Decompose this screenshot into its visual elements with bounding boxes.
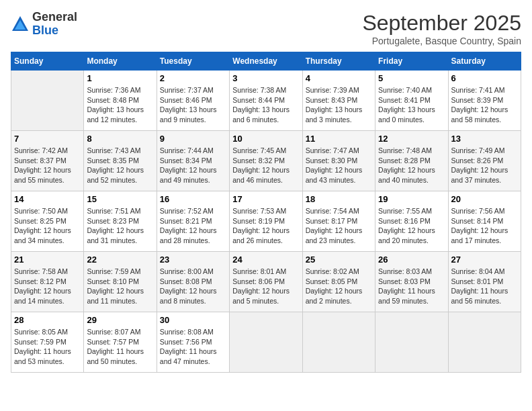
day-info: Sunrise: 7:51 AM Sunset: 8:23 PM Dayligh…: [87, 206, 153, 246]
day-info: Sunrise: 7:41 AM Sunset: 8:39 PM Dayligh…: [451, 85, 518, 125]
day-cell: 6Sunrise: 7:41 AM Sunset: 8:39 PM Daylig…: [448, 71, 521, 131]
day-number: 17: [232, 194, 299, 204]
calendar-header: SundayMondayTuesdayWednesdayThursdayFrid…: [11, 52, 521, 71]
day-info: Sunrise: 8:00 AM Sunset: 8:08 PM Dayligh…: [160, 267, 226, 306]
day-cell: 5Sunrise: 7:40 AM Sunset: 8:41 PM Daylig…: [375, 71, 448, 131]
day-number: 15: [87, 194, 153, 204]
day-number: 20: [451, 194, 518, 204]
day-number: 30: [160, 315, 226, 325]
calendar-table: SundayMondayTuesdayWednesdayThursdayFrid…: [11, 52, 521, 373]
header-cell-monday: Monday: [84, 52, 157, 71]
day-number: 24: [232, 255, 299, 265]
day-number: 22: [87, 255, 153, 265]
day-cell: 17Sunrise: 7:53 AM Sunset: 8:19 PM Dayli…: [230, 191, 302, 252]
day-info: Sunrise: 7:40 AM Sunset: 8:41 PM Dayligh…: [378, 85, 445, 125]
day-cell: 9Sunrise: 7:44 AM Sunset: 8:34 PM Daylig…: [157, 131, 229, 191]
day-cell: 24Sunrise: 8:01 AM Sunset: 8:06 PM Dayli…: [230, 252, 302, 312]
day-cell: 1Sunrise: 7:36 AM Sunset: 8:48 PM Daylig…: [84, 71, 157, 131]
header-cell-thursday: Thursday: [302, 52, 375, 71]
day-cell: [448, 312, 521, 373]
day-cell: 2Sunrise: 7:37 AM Sunset: 8:46 PM Daylig…: [157, 71, 229, 131]
day-info: Sunrise: 8:07 AM Sunset: 7:57 PM Dayligh…: [87, 327, 153, 367]
day-cell: 25Sunrise: 8:02 AM Sunset: 8:05 PM Dayli…: [302, 252, 375, 312]
day-number: 4: [306, 73, 372, 83]
logo-text: General Blue: [32, 11, 77, 38]
day-info: Sunrise: 7:36 AM Sunset: 8:48 PM Dayligh…: [87, 85, 153, 125]
logo-general: General: [32, 11, 77, 24]
day-number: 12: [378, 134, 445, 144]
day-number: 9: [160, 134, 226, 144]
day-cell: [375, 312, 448, 373]
day-number: 19: [378, 194, 445, 204]
day-info: Sunrise: 7:39 AM Sunset: 8:43 PM Dayligh…: [306, 85, 372, 125]
day-cell: 20Sunrise: 7:56 AM Sunset: 8:14 PM Dayli…: [448, 191, 521, 252]
day-cell: 15Sunrise: 7:51 AM Sunset: 8:23 PM Dayli…: [84, 191, 157, 252]
logo-icon: [11, 15, 30, 34]
day-info: Sunrise: 7:43 AM Sunset: 8:35 PM Dayligh…: [87, 146, 153, 185]
day-info: Sunrise: 7:44 AM Sunset: 8:34 PM Dayligh…: [160, 146, 226, 185]
day-number: 5: [378, 73, 445, 83]
header-cell-friday: Friday: [375, 52, 448, 71]
day-cell: 7Sunrise: 7:42 AM Sunset: 8:37 PM Daylig…: [11, 131, 84, 191]
week-row-3: 14Sunrise: 7:50 AM Sunset: 8:25 PM Dayli…: [11, 191, 521, 252]
day-number: 3: [232, 73, 299, 83]
day-cell: 21Sunrise: 7:58 AM Sunset: 8:12 PM Dayli…: [11, 252, 84, 312]
day-cell: 8Sunrise: 7:43 AM Sunset: 8:35 PM Daylig…: [84, 131, 157, 191]
day-info: Sunrise: 7:53 AM Sunset: 8:19 PM Dayligh…: [232, 206, 299, 246]
day-number: 18: [306, 194, 372, 204]
header-row: SundayMondayTuesdayWednesdayThursdayFrid…: [11, 52, 521, 71]
day-number: 28: [14, 315, 81, 325]
day-number: 7: [14, 134, 81, 144]
calendar-title: September 2025: [362, 11, 521, 36]
day-info: Sunrise: 8:04 AM Sunset: 8:01 PM Dayligh…: [451, 267, 518, 306]
logo-blue: Blue: [32, 24, 77, 38]
week-row-1: 1Sunrise: 7:36 AM Sunset: 8:48 PM Daylig…: [11, 71, 521, 131]
day-cell: 26Sunrise: 8:03 AM Sunset: 8:03 PM Dayli…: [375, 252, 448, 312]
header-cell-saturday: Saturday: [448, 52, 521, 71]
page-header: General Blue September 2025 Portugalete,…: [11, 11, 521, 46]
day-info: Sunrise: 8:03 AM Sunset: 8:03 PM Dayligh…: [378, 267, 445, 306]
day-info: Sunrise: 7:37 AM Sunset: 8:46 PM Dayligh…: [160, 85, 226, 125]
day-cell: 30Sunrise: 8:08 AM Sunset: 7:56 PM Dayli…: [157, 312, 229, 373]
day-cell: 29Sunrise: 8:07 AM Sunset: 7:57 PM Dayli…: [84, 312, 157, 373]
day-info: Sunrise: 7:38 AM Sunset: 8:44 PM Dayligh…: [232, 85, 299, 125]
day-cell: [11, 71, 84, 131]
day-number: 26: [378, 255, 445, 265]
header-cell-sunday: Sunday: [11, 52, 84, 71]
day-cell: 16Sunrise: 7:52 AM Sunset: 8:21 PM Dayli…: [157, 191, 229, 252]
calendar-subtitle: Portugalete, Basque Country, Spain: [362, 36, 521, 46]
day-cell: 28Sunrise: 8:05 AM Sunset: 7:59 PM Dayli…: [11, 312, 84, 373]
day-cell: 18Sunrise: 7:54 AM Sunset: 8:17 PM Dayli…: [302, 191, 375, 252]
day-cell: 27Sunrise: 8:04 AM Sunset: 8:01 PM Dayli…: [448, 252, 521, 312]
day-cell: [230, 312, 302, 373]
week-row-2: 7Sunrise: 7:42 AM Sunset: 8:37 PM Daylig…: [11, 131, 521, 191]
day-cell: 23Sunrise: 8:00 AM Sunset: 8:08 PM Dayli…: [157, 252, 229, 312]
day-cell: 10Sunrise: 7:45 AM Sunset: 8:32 PM Dayli…: [230, 131, 302, 191]
day-info: Sunrise: 7:45 AM Sunset: 8:32 PM Dayligh…: [232, 146, 299, 185]
day-cell: 22Sunrise: 7:59 AM Sunset: 8:10 PM Dayli…: [84, 252, 157, 312]
title-block: September 2025 Portugalete, Basque Count…: [362, 11, 521, 46]
day-info: Sunrise: 7:47 AM Sunset: 8:30 PM Dayligh…: [306, 146, 372, 185]
week-row-4: 21Sunrise: 7:58 AM Sunset: 8:12 PM Dayli…: [11, 252, 521, 312]
day-info: Sunrise: 7:50 AM Sunset: 8:25 PM Dayligh…: [14, 206, 81, 246]
day-info: Sunrise: 8:08 AM Sunset: 7:56 PM Dayligh…: [160, 327, 226, 367]
day-number: 25: [306, 255, 372, 265]
day-info: Sunrise: 7:58 AM Sunset: 8:12 PM Dayligh…: [14, 267, 81, 306]
day-info: Sunrise: 7:48 AM Sunset: 8:28 PM Dayligh…: [378, 146, 445, 185]
day-info: Sunrise: 8:05 AM Sunset: 7:59 PM Dayligh…: [14, 327, 81, 367]
day-cell: 12Sunrise: 7:48 AM Sunset: 8:28 PM Dayli…: [375, 131, 448, 191]
day-cell: 3Sunrise: 7:38 AM Sunset: 8:44 PM Daylig…: [230, 71, 302, 131]
week-row-5: 28Sunrise: 8:05 AM Sunset: 7:59 PM Dayli…: [11, 312, 521, 373]
day-info: Sunrise: 7:49 AM Sunset: 8:26 PM Dayligh…: [451, 146, 518, 185]
day-number: 2: [160, 73, 226, 83]
day-number: 6: [451, 73, 518, 83]
day-cell: 14Sunrise: 7:50 AM Sunset: 8:25 PM Dayli…: [11, 191, 84, 252]
day-cell: 4Sunrise: 7:39 AM Sunset: 8:43 PM Daylig…: [302, 71, 375, 131]
day-number: 11: [306, 134, 372, 144]
day-number: 8: [87, 134, 153, 144]
day-cell: [302, 312, 375, 373]
day-info: Sunrise: 7:54 AM Sunset: 8:17 PM Dayligh…: [306, 206, 372, 246]
day-number: 29: [87, 315, 153, 325]
calendar-body: 1Sunrise: 7:36 AM Sunset: 8:48 PM Daylig…: [11, 71, 521, 373]
day-number: 21: [14, 255, 81, 265]
